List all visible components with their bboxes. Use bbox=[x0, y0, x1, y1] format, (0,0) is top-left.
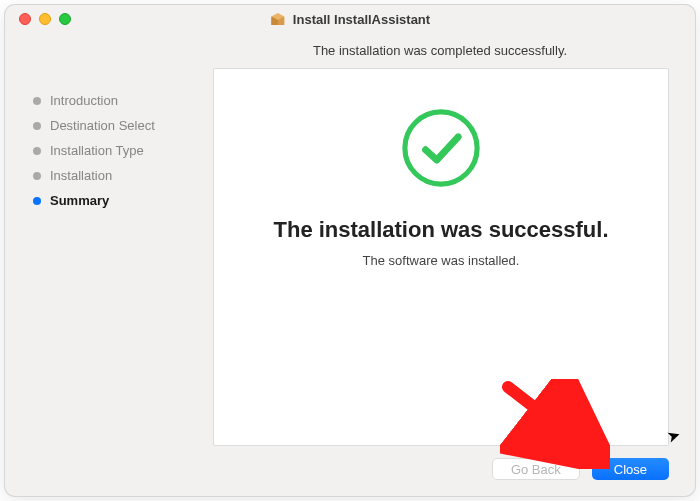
page-heading: The installation was completed successfu… bbox=[185, 33, 695, 68]
step-installation: Installation bbox=[33, 163, 203, 188]
success-title: The installation was successful. bbox=[274, 217, 609, 243]
checkmark-circle-icon bbox=[398, 105, 484, 191]
step-label: Destination Select bbox=[50, 118, 155, 133]
content-area: The installation was completed successfu… bbox=[5, 33, 695, 496]
close-button[interactable]: Close bbox=[592, 458, 669, 480]
close-window-button[interactable] bbox=[19, 13, 31, 25]
step-label: Installation Type bbox=[50, 143, 144, 158]
step-destination-select: Destination Select bbox=[33, 113, 203, 138]
window-title: Install InstallAssistant bbox=[293, 12, 430, 27]
bullet-icon bbox=[33, 197, 41, 205]
window-title-area: Install InstallAssistant bbox=[270, 11, 430, 27]
sidebar: Introduction Destination Select Installa… bbox=[33, 68, 203, 446]
step-label: Introduction bbox=[50, 93, 118, 108]
zoom-window-button[interactable] bbox=[59, 13, 71, 25]
bullet-icon bbox=[33, 97, 41, 105]
step-installation-type: Installation Type bbox=[33, 138, 203, 163]
success-subtitle: The software was installed. bbox=[363, 253, 520, 268]
minimize-window-button[interactable] bbox=[39, 13, 51, 25]
traffic-lights bbox=[5, 13, 71, 25]
button-row: Go Back Close bbox=[5, 446, 695, 496]
go-back-button[interactable]: Go Back bbox=[492, 458, 580, 480]
step-summary: Summary bbox=[33, 188, 203, 213]
step-label: Installation bbox=[50, 168, 112, 183]
step-label: Summary bbox=[50, 193, 109, 208]
titlebar: Install InstallAssistant bbox=[5, 5, 695, 33]
package-icon bbox=[270, 11, 286, 27]
installer-window: Install InstallAssistant The installatio… bbox=[5, 5, 695, 496]
result-panel: The installation was successful. The sof… bbox=[213, 68, 669, 446]
bullet-icon bbox=[33, 147, 41, 155]
bullet-icon bbox=[33, 122, 41, 130]
main-row: Introduction Destination Select Installa… bbox=[5, 68, 695, 446]
bullet-icon bbox=[33, 172, 41, 180]
svg-point-1 bbox=[405, 112, 477, 184]
step-introduction: Introduction bbox=[33, 88, 203, 113]
